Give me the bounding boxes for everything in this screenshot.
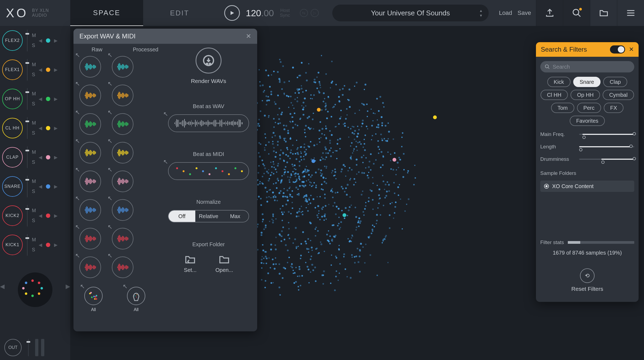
export-all-processed[interactable]: ↖ All xyxy=(127,287,145,312)
channel-ring[interactable]: KICK1 xyxy=(2,235,23,255)
filter-tag-fx[interactable]: FX xyxy=(604,103,624,113)
mute-button[interactable]: M xyxy=(32,33,36,38)
solo-button[interactable]: S xyxy=(32,101,36,107)
link-icon[interactable]: ⇆ xyxy=(300,9,308,17)
cluster-next-icon[interactable]: ▶ xyxy=(66,283,70,290)
beat-as-wav-drag[interactable]: ↖ xyxy=(168,114,249,132)
filter-tag-clap[interactable]: Clap xyxy=(603,77,627,87)
output-channel[interactable]: OUT xyxy=(4,339,22,356)
solo-button[interactable]: S xyxy=(32,189,36,194)
export-sample-drag[interactable]: ↖ xyxy=(79,142,101,164)
drumminess-slider[interactable] xyxy=(579,155,634,163)
tab-space[interactable]: SPACE xyxy=(70,0,143,26)
channel-fader[interactable] xyxy=(25,176,29,197)
mute-button[interactable]: M xyxy=(32,179,36,184)
export-sample-drag[interactable]: ↖ xyxy=(112,171,133,192)
next-sample-icon[interactable]: ▶ xyxy=(54,242,58,248)
main-freq-slider[interactable] xyxy=(579,130,634,138)
render-wavs-button[interactable] xyxy=(196,48,222,74)
channel-ring[interactable]: CLAP xyxy=(2,147,23,168)
beat-as-midi-drag[interactable]: ↖ xyxy=(168,162,249,180)
mute-button[interactable]: M xyxy=(32,91,36,97)
folder-icon[interactable] xyxy=(590,0,617,26)
prev-sample-icon[interactable]: ◀ xyxy=(39,96,42,102)
save-button[interactable]: Save xyxy=(518,9,531,16)
solo-button[interactable]: S xyxy=(32,72,36,78)
close-icon[interactable]: ✕ xyxy=(629,46,634,53)
next-sample-icon[interactable]: ▶ xyxy=(54,184,58,189)
channel-fader[interactable] xyxy=(25,146,29,168)
solo-button[interactable]: S xyxy=(32,218,36,224)
export-title-bar[interactable]: Export WAV & MIDI ✕ xyxy=(73,29,257,44)
channel-ring[interactable]: FLEX2 xyxy=(2,30,23,51)
prev-sample-icon[interactable]: ◀ xyxy=(39,155,42,160)
filter-tag-op-hh[interactable]: Op HH xyxy=(571,90,600,100)
normalize-segmented[interactable]: Off Relative Max xyxy=(168,210,249,222)
prev-sample-icon[interactable]: ◀ xyxy=(39,184,42,189)
filter-tag-snare[interactable]: Snare xyxy=(573,77,601,87)
next-sample-icon[interactable]: ▶ xyxy=(54,155,58,160)
mute-button[interactable]: M xyxy=(32,149,36,155)
channel-ring[interactable]: FLEX1 xyxy=(2,59,23,80)
length-slider[interactable] xyxy=(579,143,634,151)
prev-sample-icon[interactable]: ◀ xyxy=(39,38,42,44)
filter-tag-perc[interactable]: Perc xyxy=(577,103,601,113)
filters-toggle[interactable] xyxy=(610,45,625,54)
export-sample-drag[interactable]: ↖ xyxy=(79,228,101,249)
channel-fader[interactable] xyxy=(25,59,29,81)
solo-button[interactable]: S xyxy=(32,43,36,48)
mute-button[interactable]: M xyxy=(32,62,36,68)
search-input[interactable]: Search xyxy=(540,61,634,72)
mute-button[interactable]: M xyxy=(32,120,36,126)
export-sample-drag[interactable]: ↖ xyxy=(79,171,101,192)
prev-sample-icon[interactable]: ◀ xyxy=(39,242,42,248)
mute-button[interactable]: M xyxy=(32,237,36,243)
export-all-raw[interactable]: ↖ All xyxy=(84,287,103,312)
next-sample-icon[interactable]: ▶ xyxy=(54,67,58,73)
filter-tag-cl-hh[interactable]: Cl HH xyxy=(541,90,568,100)
open-folder-button[interactable]: Open... xyxy=(216,255,233,273)
next-sample-icon[interactable]: ▶ xyxy=(54,96,58,102)
solo-button[interactable]: S xyxy=(32,247,36,253)
sample-cluster-thumbnail[interactable] xyxy=(18,272,52,307)
close-icon[interactable]: ✕ xyxy=(246,32,251,40)
next-sample-icon[interactable]: ▶ xyxy=(54,125,58,131)
channel-ring[interactable]: KICK2 xyxy=(2,205,23,226)
preset-name[interactable]: Your Universe Of Sounds ▲ ▼ xyxy=(332,5,489,21)
reset-filters-button[interactable]: ⟲ Reset Filters xyxy=(571,268,603,292)
export-sample-drag[interactable]: ↖ xyxy=(79,199,101,221)
export-sample-drag[interactable]: ↖ xyxy=(112,199,133,221)
solo-button[interactable]: S xyxy=(32,159,36,165)
next-sample-icon[interactable]: ▶ xyxy=(54,213,58,219)
export-sample-drag[interactable]: ↖ xyxy=(79,256,101,278)
menu-icon[interactable] xyxy=(617,0,644,26)
output-fader[interactable] xyxy=(26,339,30,356)
channel-fader[interactable] xyxy=(25,88,29,110)
filter-tag-kick[interactable]: Kick xyxy=(547,77,571,87)
export-icon[interactable] xyxy=(536,0,563,26)
sample-folder-item[interactable]: XO Core Content xyxy=(540,181,634,192)
next-sample-icon[interactable]: ▶ xyxy=(54,38,58,44)
export-sample-drag[interactable]: ↖ xyxy=(112,256,133,278)
tempo-display[interactable]: 120.00 xyxy=(246,8,274,18)
normalize-max[interactable]: Max xyxy=(222,211,249,222)
set-folder-button[interactable]: Set... xyxy=(184,255,197,273)
channel-fader[interactable] xyxy=(25,205,29,226)
channel-ring[interactable]: SNARE xyxy=(2,176,23,197)
channel-fader[interactable] xyxy=(25,117,29,139)
tab-edit[interactable]: EDIT xyxy=(143,0,216,26)
normalize-relative[interactable]: Relative xyxy=(195,211,222,222)
prev-sample-icon[interactable]: ◀ xyxy=(39,125,42,131)
prev-sample-icon[interactable]: ◀ xyxy=(39,213,42,219)
export-sample-drag[interactable]: ↖ xyxy=(112,85,133,106)
normalize-off[interactable]: Off xyxy=(169,211,195,222)
host-play-icon[interactable]: ▷ xyxy=(311,9,319,17)
export-sample-drag[interactable]: ↖ xyxy=(112,142,133,164)
export-sample-drag[interactable]: ↖ xyxy=(79,85,101,106)
export-sample-drag[interactable]: ↖ xyxy=(79,56,101,78)
channel-ring[interactable]: CL HH xyxy=(2,118,23,138)
load-button[interactable]: Load xyxy=(499,9,512,16)
prev-sample-icon[interactable]: ◀ xyxy=(39,67,42,73)
preset-prev-icon[interactable]: ▲ xyxy=(479,9,483,13)
preset-next-icon[interactable]: ▼ xyxy=(479,14,483,18)
